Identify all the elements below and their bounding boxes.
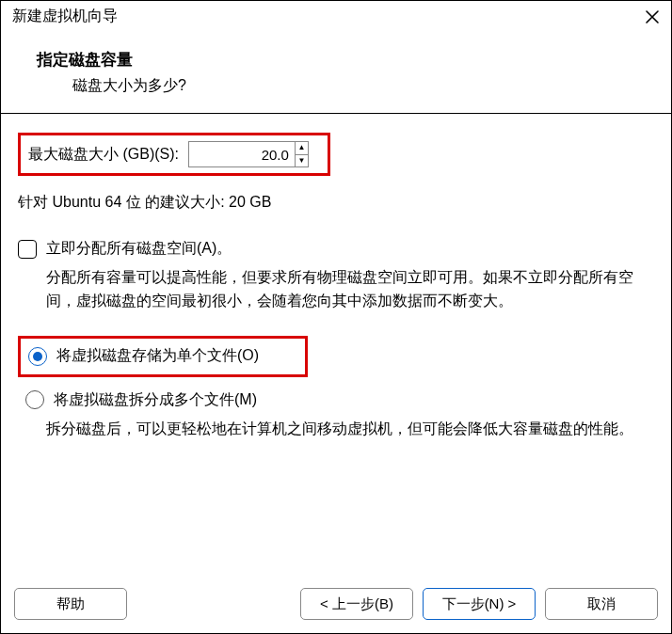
help-button[interactable]: 帮助 [14,588,127,620]
page-title: 指定磁盘容量 [37,49,662,71]
window-title: 新建虚拟机向导 [12,7,643,26]
wizard-header: 指定磁盘容量 磁盘大小为多少? [1,34,671,113]
store-single-row[interactable]: 将虚拟磁盘存储为单个文件(O) [18,336,308,377]
disk-size-row: 最大磁盘大小 (GB)(S): ▲ ▼ [18,133,330,176]
allocate-group: 立即分配所有磁盘空间(A)。 分配所有容量可以提高性能，但要求所有物理磁盘空间立… [18,239,654,313]
cancel-button[interactable]: 取消 [545,588,658,620]
spinner-down-icon[interactable]: ▼ [296,155,308,167]
page-subtitle: 磁盘大小为多少? [72,76,662,96]
store-split-description: 拆分磁盘后，可以更轻松地在计算机之间移动虚拟机，但可能会降低大容量磁盘的性能。 [46,418,654,441]
allocate-now-row[interactable]: 立即分配所有磁盘空间(A)。 [18,239,654,259]
allocate-description: 分配所有容量可以提高性能，但要求所有物理磁盘空间立即可用。如果不立即分配所有空间… [46,266,654,313]
spinner-up-icon[interactable]: ▲ [296,142,308,155]
close-icon[interactable] [643,8,662,26]
titlebar: 新建虚拟机向导 [1,1,671,34]
disk-size-label: 最大磁盘大小 (GB)(S): [28,145,179,165]
content-area: 最大磁盘大小 (GB)(S): ▲ ▼ 针对 Ubuntu 64 位 的建议大小… [1,114,671,579]
store-split-label[interactable]: 将虚拟磁盘拆分成多个文件(M) [54,390,257,410]
disk-size-input[interactable] [189,142,295,166]
next-button[interactable]: 下一步(N) > [423,588,536,620]
allocate-now-label[interactable]: 立即分配所有磁盘空间(A)。 [46,239,232,259]
store-single-label[interactable]: 将虚拟磁盘存储为单个文件(O) [56,346,259,366]
store-split-row[interactable]: 将虚拟磁盘拆分成多个文件(M) [18,390,654,410]
disk-size-spinner[interactable]: ▲ ▼ [188,141,309,167]
disk-recommendation: 针对 Ubuntu 64 位 的建议大小: 20 GB [18,193,654,213]
store-group: 将虚拟磁盘存储为单个文件(O) 将虚拟磁盘拆分成多个文件(M) 拆分磁盘后，可以… [18,336,654,441]
spinner-buttons: ▲ ▼ [295,142,308,166]
store-split-radio[interactable] [25,390,44,409]
wizard-dialog: 新建虚拟机向导 指定磁盘容量 磁盘大小为多少? 最大磁盘大小 (GB)(S): … [0,0,672,634]
allocate-now-checkbox[interactable] [18,240,37,259]
back-button[interactable]: < 上一步(B) [300,588,413,620]
footer: 帮助 < 上一步(B) 下一步(N) > 取消 [1,579,671,633]
store-single-radio[interactable] [28,347,47,366]
